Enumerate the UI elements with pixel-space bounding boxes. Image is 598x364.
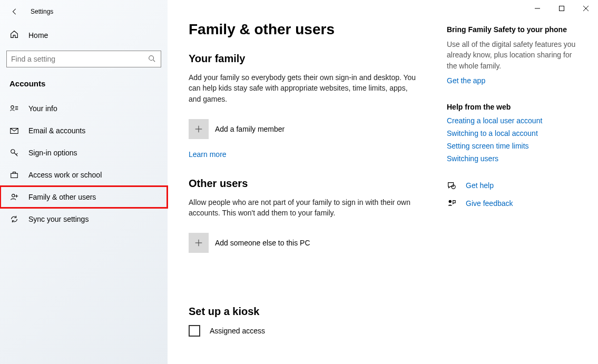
nav-label: Family & other users	[28, 193, 96, 201]
search-input[interactable]	[6, 51, 161, 67]
get-help-link[interactable]: Get help	[466, 181, 494, 190]
give-feedback-link[interactable]: Give feedback	[466, 199, 513, 208]
section-your-family-heading: Your family	[189, 53, 426, 65]
search-icon	[148, 55, 156, 63]
get-help-icon	[447, 181, 456, 190]
family-safety-heading: Bring Family Safety to your phone	[447, 25, 579, 34]
svg-point-9	[12, 194, 15, 197]
key-icon	[9, 148, 19, 158]
nav-label: Sync your settings	[28, 215, 89, 223]
sidebar: Settings Home Accounts Your info	[0, 0, 168, 364]
help-link[interactable]: Switching to a local account	[447, 129, 579, 137]
nav-family-other-users[interactable]: Family & other users	[0, 186, 168, 208]
assigned-access-button[interactable]: Assigned access	[189, 325, 426, 337]
nav-label: Your info	[28, 104, 57, 113]
nav-label: Access work or school	[28, 171, 102, 179]
nav-signin-options[interactable]: Sign-in options	[0, 142, 168, 164]
nav-label: Sign-in options	[28, 149, 77, 157]
section-kiosk-heading: Set up a kiosk	[189, 306, 426, 318]
add-other-label: Add someone else to this PC	[215, 239, 310, 247]
kiosk-icon	[189, 325, 200, 337]
svg-line-1	[153, 60, 155, 62]
back-button[interactable]	[9, 6, 20, 17]
svg-rect-19	[560, 6, 564, 11]
assigned-access-label: Assigned access	[210, 327, 265, 335]
svg-point-2	[11, 106, 14, 109]
nav-your-info[interactable]: Your info	[0, 97, 168, 120]
sidebar-category: Accounts	[0, 77, 168, 97]
add-other-user-button[interactable]: Add someone else to this PC	[189, 233, 426, 253]
briefcase-icon	[9, 170, 19, 180]
help-link[interactable]: Switching users	[447, 154, 579, 163]
feedback-icon	[447, 199, 456, 208]
people-add-icon	[9, 192, 19, 202]
person-card-icon	[9, 104, 19, 113]
plus-icon	[189, 119, 209, 139]
plus-icon	[189, 233, 209, 253]
nav-home-label: Home	[28, 31, 48, 40]
section-other-users-heading: Other users	[189, 178, 426, 190]
nav-sync-settings[interactable]: Sync your settings	[0, 208, 168, 230]
nav-home[interactable]: Home	[0, 23, 168, 47]
nav-label: Email & accounts	[28, 126, 85, 135]
svg-point-0	[149, 56, 154, 61]
add-family-member-button[interactable]: Add a family member	[189, 119, 426, 139]
app-title: Settings	[31, 8, 53, 15]
add-family-label: Add a family member	[215, 125, 285, 133]
nav-email-accounts[interactable]: Email & accounts	[0, 120, 168, 142]
home-icon	[9, 29, 19, 41]
minimize-button[interactable]	[525, 0, 550, 17]
close-button[interactable]	[574, 0, 598, 17]
main-content: Family & other users Your family Add you…	[168, 0, 598, 364]
section-your-family-desc: Add your family so everybody gets their …	[189, 72, 420, 104]
search-field[interactable]	[11, 55, 148, 63]
svg-rect-8	[11, 173, 18, 178]
learn-more-link[interactable]: Learn more	[189, 150, 227, 159]
get-the-app-link[interactable]: Get the app	[447, 76, 579, 85]
svg-point-17	[449, 200, 452, 203]
mail-icon	[9, 126, 19, 135]
page-title: Family & other users	[189, 21, 426, 38]
sync-icon	[9, 214, 19, 224]
section-other-users-desc: Allow people who are not part of your fa…	[189, 197, 420, 219]
nav-access-work-school[interactable]: Access work or school	[0, 164, 168, 186]
help-from-web-heading: Help from the web	[447, 103, 579, 111]
help-link[interactable]: Setting screen time limits	[447, 142, 579, 150]
right-panel: Bring Family Safety to your phone Use al…	[447, 0, 594, 364]
help-link[interactable]: Creating a local user account	[447, 116, 579, 125]
family-safety-desc: Use all of the digital safety features y…	[447, 39, 579, 71]
maximize-button[interactable]	[550, 0, 574, 17]
svg-point-7	[11, 150, 15, 153]
